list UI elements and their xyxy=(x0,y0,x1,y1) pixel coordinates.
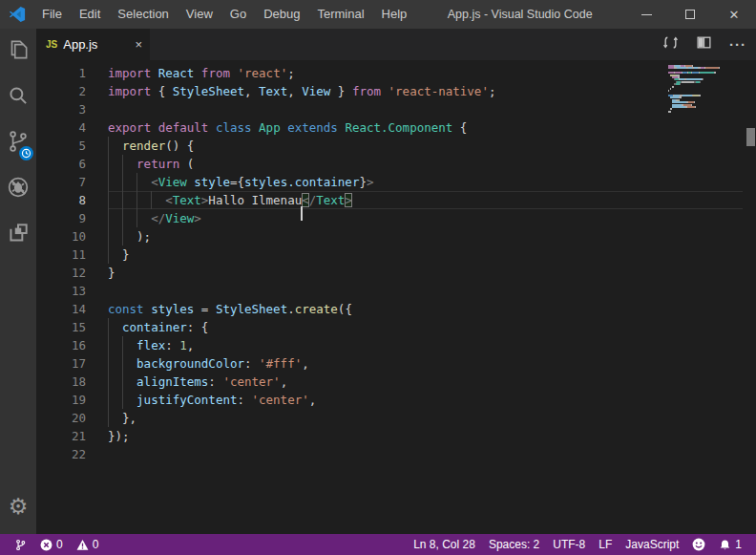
status-utf-8[interactable]: UTF-8 xyxy=(546,534,592,555)
code-line-2[interactable]: 2import { StyleSheet, Text, View } from … xyxy=(36,82,743,100)
indent-guide xyxy=(151,191,165,209)
code-line-18[interactable]: 18alignItems: 'center', xyxy=(36,373,743,391)
clock-badge-icon xyxy=(19,146,33,160)
code-line-5[interactable]: 5render() { xyxy=(36,137,743,155)
code-line-14[interactable]: 14const styles = StyleSheet.create({ xyxy=(36,300,743,318)
activitybar-search[interactable] xyxy=(0,75,36,120)
indent-guide xyxy=(108,373,122,391)
code-line-21[interactable]: 21}); xyxy=(36,427,743,445)
maximize-button[interactable] xyxy=(668,0,712,29)
code-line-7[interactable]: 7<View style={styles.container}> xyxy=(36,173,743,191)
line-number: 13 xyxy=(36,282,86,300)
menu-selection[interactable]: Selection xyxy=(109,0,177,29)
open-changes-button[interactable] xyxy=(662,34,679,54)
code-line-17[interactable]: 17backgroundColor: '#fff', xyxy=(36,354,743,373)
code-line-11[interactable]: 11} xyxy=(36,245,743,264)
activitybar-explorer[interactable] xyxy=(0,29,36,75)
indent-guide xyxy=(122,373,136,391)
code-line-16[interactable]: 16flex: 1, xyxy=(36,336,743,354)
code-editor[interactable]: 1import React from 'react';2import { Sty… xyxy=(36,60,756,534)
code-line-19[interactable]: 19justifyContent: 'center', xyxy=(36,391,743,409)
status-bell[interactable]: 1 xyxy=(712,534,748,555)
code-text: <View style={styles.container}> xyxy=(108,173,743,191)
code-line-1[interactable]: 1import React from 'react'; xyxy=(36,64,743,82)
menu-terminal[interactable]: Terminal xyxy=(308,0,372,29)
split-editor-button[interactable] xyxy=(696,34,712,54)
activitybar-extensions[interactable] xyxy=(0,212,36,258)
error-circle-icon xyxy=(40,539,52,551)
menu-help[interactable]: Help xyxy=(373,0,416,29)
code-text xyxy=(108,282,743,300)
activitybar-debug[interactable] xyxy=(0,166,36,212)
code-line-22[interactable]: 22 xyxy=(36,445,743,463)
indent-guide xyxy=(108,318,122,336)
menu-go[interactable]: Go xyxy=(221,0,255,29)
status-left: 00 xyxy=(0,534,105,555)
activitybar-source-control[interactable] xyxy=(0,120,36,166)
indent-guide xyxy=(122,391,136,409)
status-ln-8-col-28[interactable]: Ln 8, Col 28 xyxy=(407,534,482,555)
search-icon xyxy=(6,83,31,112)
code-line-13[interactable]: 13 xyxy=(36,282,743,300)
code-line-6[interactable]: 6return ( xyxy=(36,155,743,173)
status-label: Ln 8, Col 28 xyxy=(413,538,475,551)
line-number: 10 xyxy=(36,227,86,245)
overview-ruler-cursor-marker[interactable] xyxy=(746,128,755,146)
indent-guide xyxy=(108,391,122,409)
more-actions-button[interactable]: ··· xyxy=(729,36,746,53)
indent-guide xyxy=(136,191,151,209)
line-number: 12 xyxy=(36,264,86,282)
line-number: 18 xyxy=(36,373,86,391)
menu-file[interactable]: File xyxy=(33,0,71,29)
git-branch-icon xyxy=(14,539,27,551)
line-number: 19 xyxy=(36,391,86,409)
code-line-15[interactable]: 15container: { xyxy=(36,318,743,336)
code-line-20[interactable]: 20}, xyxy=(36,409,743,427)
status-smiley[interactable] xyxy=(685,534,712,555)
indent-guide xyxy=(122,227,136,245)
code-line-9[interactable]: 9</View> xyxy=(36,209,743,227)
minimize-button[interactable] xyxy=(624,0,668,29)
indent-guide xyxy=(122,155,136,173)
menu-view[interactable]: View xyxy=(178,0,221,29)
code-line-3[interactable]: 3 xyxy=(36,100,743,118)
menu-bar: FileEditSelectionViewGoDebugTerminalHelp xyxy=(33,0,415,29)
code-text: justifyContent: 'center', xyxy=(108,391,743,409)
line-number: 16 xyxy=(36,336,86,354)
code-line-4[interactable]: 4export default class App extends React.… xyxy=(36,118,743,137)
indent-guide xyxy=(108,173,122,191)
code-text: }, xyxy=(108,409,743,427)
indent-guide xyxy=(108,155,122,173)
line-number: 3 xyxy=(36,100,86,118)
activitybar-manage[interactable]: ⚙ xyxy=(0,483,36,529)
status-warning-triangle[interactable]: 0 xyxy=(70,534,106,555)
line-number: 8 xyxy=(36,191,86,209)
indent-guide xyxy=(108,209,122,227)
code-text: flex: 1, xyxy=(108,336,743,354)
status-javascript[interactable]: JavaScript xyxy=(619,534,685,555)
explorer-icon xyxy=(6,37,31,66)
bell-icon xyxy=(719,539,731,551)
minimap[interactable] xyxy=(668,65,740,116)
minimap-line xyxy=(668,113,740,115)
status-label: UTF-8 xyxy=(553,538,585,551)
tab-close-icon[interactable]: × xyxy=(135,37,142,52)
status-label: JavaScript xyxy=(625,538,679,551)
indent-guide xyxy=(122,191,136,209)
status-error-circle[interactable]: 0 xyxy=(33,534,70,555)
code-line-10[interactable]: 10); xyxy=(36,227,743,245)
code-line-12[interactable]: 12} xyxy=(36,264,743,282)
code-line-8[interactable]: 8<Text>Hallo Ilmenau</Text> xyxy=(36,191,743,209)
warning-triangle-icon xyxy=(76,539,89,551)
status-right: Ln 8, Col 28Spaces: 2UTF-8LFJavaScript1 xyxy=(407,534,756,555)
status-git-branch[interactable] xyxy=(8,534,33,555)
tab-appjs[interactable]: JS App.js × xyxy=(36,29,151,60)
status-spaces-2[interactable]: Spaces: 2 xyxy=(482,534,546,555)
close-button[interactable]: ✕ xyxy=(712,0,756,29)
indent-guide xyxy=(108,137,122,155)
indent-guide xyxy=(122,173,136,191)
menu-debug[interactable]: Debug xyxy=(255,0,308,29)
line-number: 5 xyxy=(36,137,86,155)
menu-edit[interactable]: Edit xyxy=(71,0,109,29)
status-lf[interactable]: LF xyxy=(592,534,619,555)
